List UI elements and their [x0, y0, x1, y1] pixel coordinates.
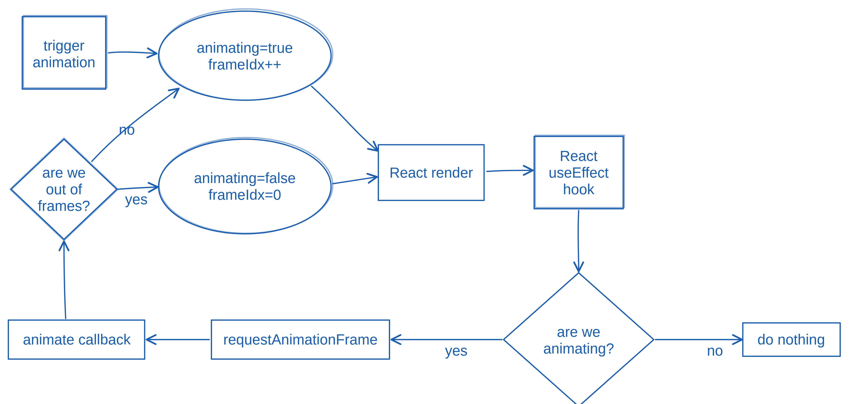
node-state-false-line2: frameIdx=0	[209, 186, 281, 203]
node-out-of-frames-line3: frames?	[38, 198, 90, 214]
node-state-true-line1: animating=true	[197, 39, 293, 56]
edge-outofframes-yes-to-false	[118, 187, 157, 189]
node-animating-line2: animating?	[543, 340, 614, 356]
edge-render-to-useeffect	[487, 170, 532, 171]
edge-callback-to-outofframes	[64, 242, 66, 318]
node-trigger-animation: trigger animation	[22, 16, 107, 89]
edge-false-to-render	[333, 177, 376, 184]
edge-outofframes-no-to-true	[92, 89, 178, 161]
node-raf-line1: requestAnimationFrame	[223, 331, 378, 347]
node-use-effect-line2: useEffect	[549, 165, 609, 181]
node-animating-line1: are we	[557, 324, 600, 340]
edge-label-no2: no	[707, 342, 723, 358]
edge-true-to-render	[312, 86, 377, 150]
edge-trigger-to-state-true	[108, 52, 156, 54]
node-state-animating-false: animating=false frameIdx=0	[159, 137, 333, 234]
flowchart-diagram: trigger animation animating=true frameId…	[0, 0, 868, 404]
node-animate-callback: animate callback	[8, 320, 145, 359]
edge-useeffect-to-animating	[578, 210, 579, 270]
edge-label-yes1: yes	[125, 191, 148, 207]
node-decision-out-of-frames: are we out of frames?	[10, 138, 118, 240]
node-out-of-frames-line2: out of	[46, 181, 82, 197]
edge-label-yes2: yes	[445, 342, 468, 358]
edge-label-no1: no	[119, 121, 135, 138]
node-use-effect-line3: hook	[563, 181, 594, 197]
node-decision-are-animating: are we animating?	[504, 273, 654, 404]
node-state-false-line1: animating=false	[194, 170, 296, 186]
node-trigger-animation-line2: animation	[33, 54, 95, 70]
node-state-animating-true: animating=true frameIdx++	[159, 9, 333, 100]
node-react-render-line1: React render	[389, 165, 473, 181]
node-do-nothing: do nothing	[743, 323, 840, 356]
node-use-effect-line1: React	[560, 148, 597, 164]
node-use-effect-hook: React useEffect hook	[534, 135, 624, 209]
node-react-render: React render	[378, 145, 484, 201]
node-do-nothing-line1: do nothing	[757, 331, 825, 347]
node-trigger-animation-line1: trigger	[43, 37, 85, 54]
node-state-true-line2: frameIdx++	[208, 56, 281, 73]
node-request-animation-frame: requestAnimationFrame	[212, 320, 390, 359]
node-animate-cb-line1: animate callback	[23, 331, 131, 347]
node-out-of-frames-line1: are we	[42, 165, 86, 181]
